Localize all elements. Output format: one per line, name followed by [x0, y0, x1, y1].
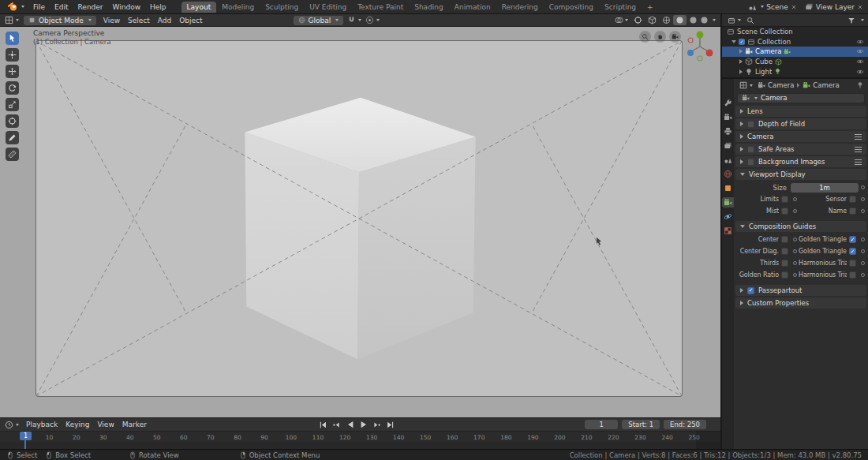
timeline-menu-playback[interactable]: Playback [22, 420, 62, 429]
prev-keyframe-button[interactable] [331, 420, 342, 429]
guide-checkbox-golden-triangle-b[interactable] [849, 248, 856, 255]
tool-measure[interactable] [6, 148, 19, 161]
tab-view-layer[interactable] [723, 140, 733, 151]
animate-dot[interactable] [861, 197, 865, 201]
tool-select-box[interactable] [6, 32, 19, 45]
menu-help[interactable]: Help [145, 2, 171, 12]
workspace-tab-compositing[interactable]: Compositing [544, 2, 599, 13]
axis-navigation-gizmo[interactable] [684, 28, 716, 65]
shading-wireframe-icon[interactable] [662, 16, 671, 24]
timeline-ruler[interactable]: 1020304050607080901001101201301401501601… [0, 431, 720, 442]
timeline-menu-view[interactable]: View [93, 420, 118, 429]
shading-rendered-icon[interactable] [700, 16, 709, 24]
presets-menu-icon[interactable] [855, 147, 862, 152]
panel-camera[interactable]: Camera [735, 131, 866, 142]
transform-orientation-dropdown[interactable]: Global [294, 16, 344, 25]
play-button[interactable] [358, 420, 369, 429]
mist-checkbox[interactable] [781, 208, 788, 215]
outliner-row-camera[interactable]: Camera [722, 47, 868, 57]
passepartout-checkbox[interactable] [747, 287, 754, 294]
panel-lens[interactable]: Lens [735, 106, 866, 117]
camera-frame[interactable] [36, 40, 683, 397]
animate-dot[interactable] [793, 197, 797, 201]
breadcrumb-object[interactable]: Camera [758, 81, 794, 89]
workspace-tab-modeling[interactable]: Modeling [216, 2, 260, 13]
workspace-tab-animation[interactable]: Animation [449, 2, 496, 13]
safe-areas-checkbox[interactable] [747, 146, 754, 153]
animate-dot[interactable] [861, 249, 865, 253]
eye-icon[interactable] [856, 68, 864, 76]
presets-menu-icon[interactable] [855, 159, 862, 165]
filter-icon[interactable] [847, 17, 855, 24]
tool-annotate[interactable] [6, 131, 19, 144]
presets-menu-icon[interactable] [855, 134, 862, 140]
scene-selector[interactable]: Scene [748, 2, 796, 11]
viewport-menu-object[interactable]: Object [175, 16, 206, 25]
menu-file[interactable]: File [28, 2, 50, 12]
view-layer-selector[interactable]: View Layer [805, 2, 863, 11]
menu-window[interactable]: Window [108, 2, 146, 12]
close-icon[interactable] [857, 4, 863, 10]
pan-button[interactable] [654, 31, 666, 43]
panel-depth-of-field[interactable]: Depth of Field [735, 118, 866, 129]
animate-dot[interactable] [793, 261, 797, 265]
end-frame-field[interactable]: End: 250 [664, 420, 706, 429]
expand-icon[interactable] [739, 69, 743, 74]
tool-rotate[interactable] [6, 81, 19, 95]
tab-object-data[interactable] [722, 197, 734, 208]
animate-dot[interactable] [793, 273, 797, 277]
tab-output[interactable] [723, 126, 733, 137]
outliner-editor-type-button[interactable] [726, 17, 743, 24]
outliner-row-scene-collection[interactable]: Scene Collection [722, 27, 868, 37]
name-checkbox[interactable] [849, 208, 856, 215]
outliner-row-cube[interactable]: Cube [722, 57, 868, 67]
workspace-tab-scripting[interactable]: Scripting [599, 2, 642, 13]
viewport-menu-view[interactable]: View [99, 16, 124, 25]
tab-texture[interactable] [723, 226, 733, 236]
camera-datablock-field[interactable]: Camera [737, 93, 865, 103]
expand-icon[interactable] [739, 49, 743, 54]
animate-dot[interactable] [793, 209, 797, 213]
start-frame-field[interactable]: Start: 1 [622, 420, 660, 429]
search-icon[interactable] [746, 17, 754, 24]
camera-view-button[interactable] [669, 31, 681, 43]
render-visibility-icon[interactable] [856, 38, 864, 46]
shading-solid-button[interactable] [673, 15, 687, 25]
guide-checkbox-center-diag-[interactable] [781, 248, 788, 255]
tab-object[interactable] [723, 183, 733, 193]
tool-move[interactable] [6, 65, 19, 78]
eye-icon[interactable] [856, 47, 864, 55]
editor-type-button[interactable] [3, 16, 21, 24]
tool-cursor[interactable] [6, 48, 19, 62]
guide-checkbox-harmonious-triangle-b[interactable] [849, 271, 856, 279]
workspace-tab-texture-paint[interactable]: Texture Paint [352, 2, 409, 13]
jump-to-start-button[interactable] [318, 420, 328, 429]
background-images-checkbox[interactable] [747, 159, 754, 166]
guide-checkbox-thirds[interactable] [781, 260, 788, 267]
add-workspace-button[interactable]: + [642, 2, 658, 12]
shading-material-icon[interactable] [689, 16, 698, 24]
animate-dot[interactable] [861, 261, 865, 265]
expand-icon[interactable] [739, 59, 743, 64]
tab-render[interactable] [723, 112, 733, 122]
workspace-tab-uv-editing[interactable]: UV Editing [304, 2, 352, 13]
tab-physics[interactable] [723, 211, 733, 222]
animate-dot[interactable] [861, 237, 865, 241]
guide-checkbox-center[interactable] [781, 236, 788, 243]
guide-checkbox-golden-ratio[interactable] [781, 271, 788, 279]
next-keyframe-button[interactable] [372, 420, 382, 429]
panel-viewport-display[interactable]: Viewport Display [735, 169, 866, 180]
eye-icon[interactable] [856, 58, 864, 65]
tab-tool[interactable] [723, 98, 733, 108]
panel-passepartout[interactable]: Passepartout [735, 285, 866, 296]
cube-object[interactable] [245, 98, 475, 360]
tab-world[interactable] [723, 169, 733, 179]
sensor-checkbox[interactable] [849, 196, 856, 203]
guide-checkbox-golden-triangle-a[interactable] [849, 236, 856, 243]
gizmos-toggle-icon[interactable] [634, 16, 642, 24]
breadcrumb-data[interactable]: Camera [803, 81, 839, 89]
properties-editor-type-button[interactable] [738, 81, 754, 89]
panel-composition-guides[interactable]: Composition Guides [735, 221, 866, 232]
timeline-editor-type-button[interactable] [3, 421, 21, 429]
tab-scene[interactable] [723, 155, 733, 165]
